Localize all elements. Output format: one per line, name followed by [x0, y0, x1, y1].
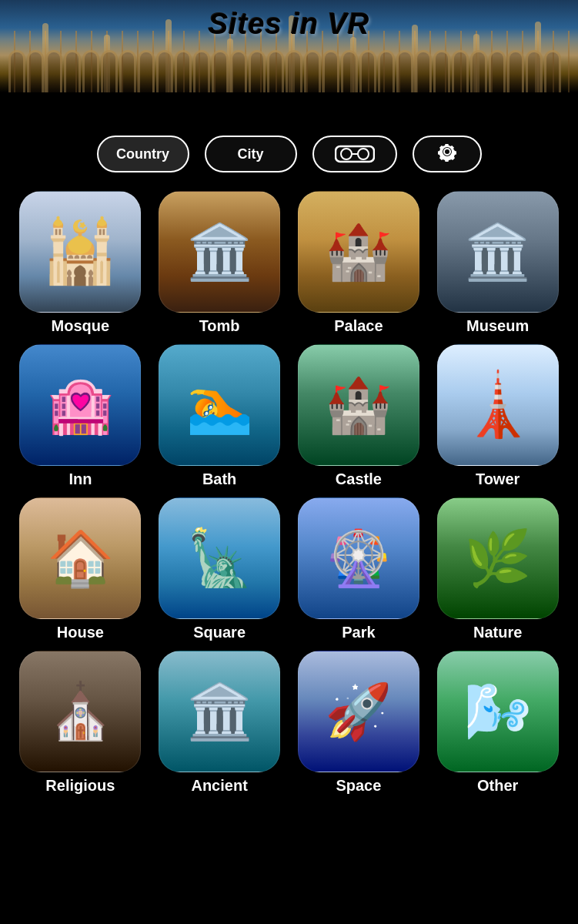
header: Sites in VR: [0, 0, 578, 123]
inn-thumbnail: [19, 344, 141, 466]
grid-item-mosque[interactable]: Mosque: [15, 191, 145, 335]
header-banner: Sites in VR: [0, 0, 578, 92]
park-thumbnail: [298, 497, 419, 619]
grid-item-nature[interactable]: Nature: [433, 497, 563, 641]
svg-point-1: [341, 149, 352, 159]
mosque-label: Mosque: [52, 317, 110, 335]
gear-icon: [436, 141, 458, 167]
nav-settings-button[interactable]: [413, 136, 482, 172]
park-label: Park: [342, 624, 375, 641]
nav-city-button[interactable]: City: [205, 136, 297, 172]
space-label: Space: [336, 777, 381, 795]
mosque-thumbnail: [19, 191, 141, 313]
inn-label: Inn: [68, 470, 92, 488]
bath-thumbnail: [159, 344, 280, 466]
grid-item-castle[interactable]: Castle: [294, 344, 424, 488]
palace-label: Palace: [334, 317, 383, 335]
vr-icon: [335, 143, 375, 165]
house-thumbnail: [19, 497, 141, 619]
svg-point-2: [358, 149, 369, 159]
castle-thumbnail: [298, 344, 419, 466]
museum-label: Museum: [466, 317, 529, 335]
nav-bar: Country City: [0, 123, 578, 185]
other-thumbnail: [437, 651, 559, 772]
nature-label: Nature: [473, 624, 522, 641]
bath-label: Bath: [202, 470, 236, 488]
nature-thumbnail: [437, 497, 559, 619]
grid-item-palace[interactable]: Palace: [294, 191, 424, 335]
grid-item-religious[interactable]: Religious: [15, 651, 145, 795]
tower-thumbnail: [437, 344, 559, 466]
religious-label: Religious: [45, 777, 115, 795]
app-title: Sites in VR: [0, 8, 578, 41]
grid-item-house[interactable]: House: [15, 497, 145, 641]
tower-label: Tower: [476, 470, 520, 488]
banner-overlay: [0, 38, 578, 92]
tomb-thumbnail: [159, 191, 280, 313]
other-label: Other: [477, 777, 518, 795]
grid-item-bath[interactable]: Bath: [155, 344, 285, 488]
religious-thumbnail: [19, 651, 141, 772]
nav-country-label: Country: [116, 146, 169, 162]
nav-city-label: City: [237, 146, 263, 162]
grid-item-museum[interactable]: Museum: [433, 191, 563, 335]
grid-item-ancient[interactable]: Ancient: [155, 651, 285, 795]
grid-item-other[interactable]: Other: [433, 651, 563, 795]
tomb-label: Tomb: [199, 317, 240, 335]
ancient-label: Ancient: [191, 777, 247, 795]
house-label: House: [57, 624, 104, 641]
grid-item-space[interactable]: Space: [294, 651, 424, 795]
grid-item-inn[interactable]: Inn: [15, 344, 145, 488]
ancient-thumbnail: [159, 651, 280, 772]
grid-item-square[interactable]: Square: [155, 497, 285, 641]
grid-item-park[interactable]: Park: [294, 497, 424, 641]
palace-thumbnail: [298, 191, 419, 313]
grid-item-tower[interactable]: Tower: [433, 344, 563, 488]
nav-country-button[interactable]: Country: [97, 136, 189, 172]
grid-item-tomb[interactable]: Tomb: [155, 191, 285, 335]
nav-vr-button[interactable]: [312, 136, 397, 172]
space-thumbnail: [298, 651, 419, 772]
museum-thumbnail: [437, 191, 559, 313]
square-label: Square: [193, 624, 246, 641]
category-grid: MosqueTombPalaceMuseumInnBathCastleTower…: [0, 185, 578, 801]
square-thumbnail: [159, 497, 280, 619]
castle-label: Castle: [336, 470, 382, 488]
